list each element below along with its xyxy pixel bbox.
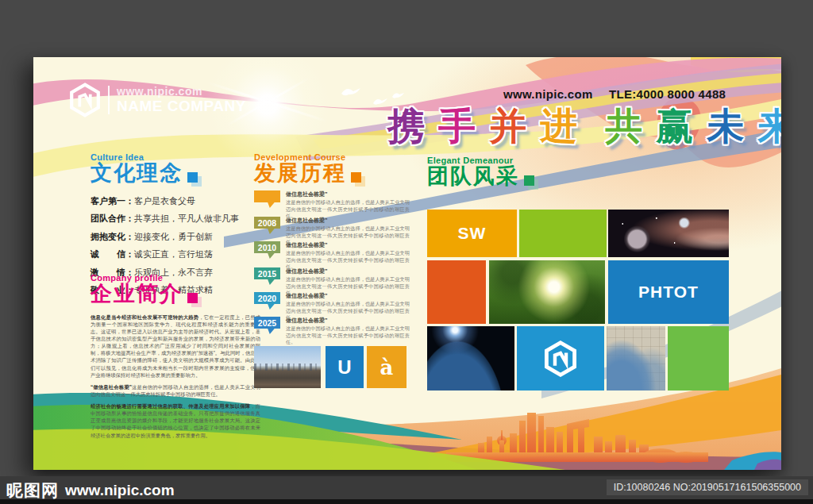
team-photo-grid: SW PHTOT — [427, 210, 729, 391]
timeline: 做信息社会栋梁”这是自信的中国移动人自主的选择，也是人类从工业文明迈向信息文明这… — [254, 190, 410, 369]
contact-info: www.nipic.com TLE:4000 8000 4488 — [503, 87, 726, 101]
tile-green — [519, 210, 607, 257]
logo-site-url: www.nipic.com — [117, 85, 246, 98]
profile-title-zh: 企业简介 — [91, 283, 183, 306]
watermark-bar: 昵图网 www.nipic.com ID:10080246 NO:2019051… — [0, 476, 813, 504]
city-photo — [254, 346, 321, 388]
mid-photo-row: U à — [254, 346, 410, 388]
culture-title-zh: 文化理念 — [91, 162, 183, 186]
timeline-year-tag: 2020 — [254, 292, 280, 310]
letter-tile-a: à — [367, 346, 406, 388]
site-watermark: 昵图网 www.nipic.com — [6, 479, 175, 502]
logo-divider — [108, 86, 110, 114]
page: { "poster": { "header": { "logo_site": "… — [0, 0, 813, 504]
tile-logo — [517, 326, 604, 391]
profile-paragraph: 经济社会的畅通运行需要通过信息的获取、传递及处理应用来加以保障，而中国移动所从事… — [91, 402, 260, 439]
forest-photo — [489, 260, 605, 324]
timeline-entry: 2008 做信息社会栋梁”这是自信的中国移动人自主的选择，也是人类从工业文明迈向… — [254, 217, 410, 234]
letter-tile-u: U — [326, 346, 364, 388]
logo-company-name: NAME COMPANY — [117, 98, 246, 115]
tile-phtot: PHTOT — [608, 260, 729, 324]
company-logo: www.nipic.com NAME COMPANY — [68, 81, 246, 119]
culture-item: 客户第一：客户是衣食父母 — [91, 195, 265, 207]
profile-paragraph: 信息化是当今经济和社会发展不可逆转的大趋势，它在一定程度上，已然成为衡量一个国家… — [91, 314, 260, 379]
tile-green-2 — [668, 326, 729, 391]
slogan-char: 共 — [605, 102, 644, 152]
team-title-zh: 团队风采 — [427, 165, 519, 189]
worker-photo — [607, 326, 665, 391]
earth-photo — [427, 326, 514, 391]
timeline-entry: 2010 做信息社会栋梁”这是自信的中国移动人自主的选择，也是人类从工业文明迈向… — [254, 241, 410, 259]
squares-icon — [351, 172, 362, 183]
section-profile: Company profile 企业简介 信息化是当今经济和社会发展不可逆转的大… — [91, 273, 260, 444]
timeline-entry: 做信息社会栋梁”这是自信的中国移动人自主的选择，也是人类从工业文明迈向信息文明这… — [254, 190, 410, 208]
slogan-char: 来 — [757, 102, 781, 152]
image-id-badge: ID:10080246 NO:20190517161506355000 — [607, 479, 808, 495]
squares-icon — [187, 172, 198, 183]
nipic-hexagon-logo-icon — [68, 83, 102, 117]
culture-item: 团队合作：共享共担，平凡人做非凡事 — [91, 213, 265, 225]
contact-phone: TLE:4000 8000 4488 — [609, 87, 726, 101]
squares-icon — [187, 293, 198, 304]
contact-site: www.nipic.com — [503, 87, 593, 101]
culture-item: 诚 信：诚实正直，言行坦荡 — [91, 248, 265, 260]
course-title-zh: 发展历程 — [254, 162, 346, 186]
tile-orange — [427, 260, 486, 324]
slogan-char: 携 — [387, 102, 426, 152]
site-name: 昵图网 — [6, 479, 59, 502]
section-team: Elegant Demeanour 团队风采 — [427, 156, 535, 189]
tile-sw: SW — [427, 210, 517, 257]
slogan-char: 未 — [707, 102, 746, 152]
timeline-year-tag: 2025 — [254, 317, 280, 334]
timeline-year-tag — [254, 190, 280, 208]
timeline-entry: 2020 做信息社会栋梁”这是自信的中国移动人自主的选择，也是人类从工业文明迈向… — [254, 292, 410, 310]
profile-paragraph: “做信息社会栋梁”这是自信的中国移动人自主的选择，也是人类从工业文明迈向信息文明… — [91, 383, 260, 398]
culture-item: 拥抱变化：迎接变化，勇于创新 — [91, 231, 265, 243]
nipic-hexagon-logo-icon — [543, 340, 578, 377]
squares-icon — [524, 175, 535, 187]
slogan-char: 并 — [489, 102, 528, 152]
section-course: Development Course 发展历程 — [254, 152, 362, 186]
main-slogan: 携 手 并 进 共 赢 未 来 — [387, 102, 781, 152]
slogan-char: 赢 — [656, 102, 695, 152]
timeline-year-tag: 2008 — [254, 217, 280, 234]
space-photo — [608, 210, 729, 257]
slogan-char: 手 — [438, 102, 477, 152]
display-board-poster: www.nipic.com NAME COMPANY www.nipic.com… — [33, 57, 781, 470]
timeline-year-tag: 2010 — [254, 241, 280, 259]
site-url: www.nipic.com — [65, 482, 175, 499]
timeline-year-tag: 2015 — [254, 267, 280, 285]
timeline-entry: 2025 做信息社会栋梁”这是自信的中国移动人自主的选择，也是人类从工业文明迈向… — [254, 317, 410, 334]
bottom-strip — [0, 499, 813, 504]
timeline-entry: 2015 做信息社会栋梁”这是自信的中国移动人自主的选择，也是人类从工业文明迈向… — [254, 267, 410, 285]
profile-paragraphs: 信息化是当今经济和社会发展不可逆转的大趋势，它在一定程度上，已然成为衡量一个国家… — [91, 314, 260, 439]
slogan-char: 进 — [540, 102, 579, 152]
